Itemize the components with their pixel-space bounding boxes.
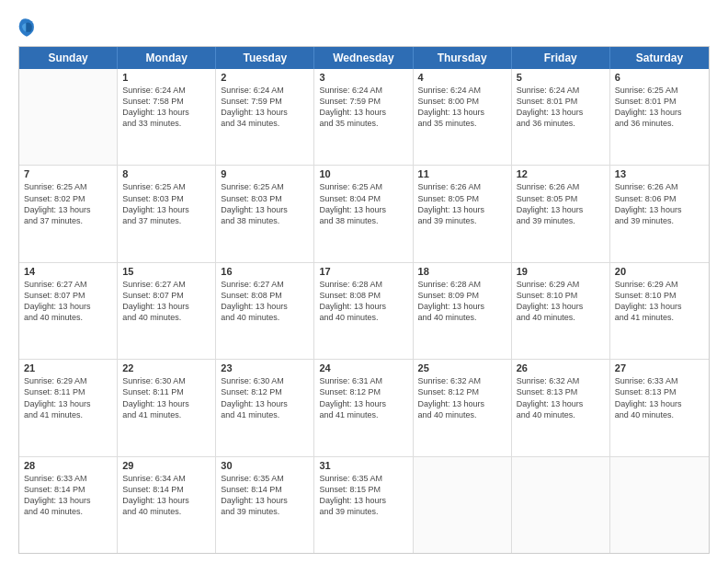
cell-info: Sunrise: 6:24 AM Sunset: 7:59 PM Dayligh… [221, 85, 309, 130]
calendar-cell: 31Sunrise: 6:35 AM Sunset: 8:15 PM Dayli… [314, 457, 413, 553]
weekday-header-saturday: Saturday [610, 47, 709, 69]
day-number: 4 [418, 72, 506, 83]
day-number: 8 [122, 168, 210, 179]
cell-info: Sunrise: 6:24 AM Sunset: 8:00 PM Dayligh… [418, 85, 506, 130]
calendar-cell: 15Sunrise: 6:27 AM Sunset: 8:07 PM Dayli… [118, 263, 216, 359]
day-number: 25 [418, 362, 506, 373]
calendar-cell: 11Sunrise: 6:26 AM Sunset: 8:05 PM Dayli… [414, 166, 512, 261]
calendar-cell: 14Sunrise: 6:27 AM Sunset: 8:07 PM Dayli… [19, 263, 118, 359]
cell-info: Sunrise: 6:33 AM Sunset: 8:14 PM Dayligh… [24, 473, 112, 518]
calendar-cell: 23Sunrise: 6:30 AM Sunset: 8:12 PM Dayli… [216, 360, 314, 455]
calendar-cell: 12Sunrise: 6:26 AM Sunset: 8:05 PM Dayli… [512, 166, 610, 261]
logo-icon [18, 17, 35, 37]
cell-info: Sunrise: 6:25 AM Sunset: 8:03 PM Dayligh… [221, 181, 309, 226]
calendar-cell: 26Sunrise: 6:32 AM Sunset: 8:13 PM Dayli… [512, 360, 610, 455]
cell-info: Sunrise: 6:25 AM Sunset: 8:02 PM Dayligh… [24, 181, 112, 226]
cell-info: Sunrise: 6:26 AM Sunset: 8:06 PM Dayligh… [615, 181, 704, 226]
day-number: 9 [221, 168, 309, 179]
calendar-cell: 24Sunrise: 6:31 AM Sunset: 8:12 PM Dayli… [314, 360, 413, 455]
cell-info: Sunrise: 6:26 AM Sunset: 8:05 PM Dayligh… [517, 181, 605, 226]
calendar-cell: 29Sunrise: 6:34 AM Sunset: 8:14 PM Dayli… [118, 457, 216, 553]
calendar-cell: 20Sunrise: 6:29 AM Sunset: 8:10 PM Dayli… [610, 263, 709, 359]
calendar-cell: 6Sunrise: 6:25 AM Sunset: 8:01 PM Daylig… [610, 69, 709, 165]
calendar-cell: 3Sunrise: 6:24 AM Sunset: 7:59 PM Daylig… [314, 69, 413, 165]
cell-info: Sunrise: 6:34 AM Sunset: 8:14 PM Dayligh… [122, 473, 210, 518]
calendar: SundayMondayTuesdayWednesdayThursdayFrid… [18, 46, 710, 554]
cell-info: Sunrise: 6:27 AM Sunset: 8:07 PM Dayligh… [122, 279, 210, 324]
day-number: 24 [319, 362, 407, 373]
day-number: 5 [517, 72, 605, 83]
day-number: 13 [615, 168, 704, 179]
weekday-header-sunday: Sunday [19, 47, 118, 69]
cell-info: Sunrise: 6:25 AM Sunset: 8:04 PM Dayligh… [319, 181, 407, 226]
calendar-row-2: 7Sunrise: 6:25 AM Sunset: 8:02 PM Daylig… [19, 166, 709, 262]
day-number: 22 [122, 362, 210, 373]
calendar-cell: 17Sunrise: 6:28 AM Sunset: 8:08 PM Dayli… [314, 263, 413, 359]
calendar-cell [414, 457, 512, 553]
calendar-cell [512, 457, 610, 553]
page: SundayMondayTuesdayWednesdayThursdayFrid… [0, 0, 728, 563]
calendar-cell: 4Sunrise: 6:24 AM Sunset: 8:00 PM Daylig… [414, 69, 512, 165]
cell-info: Sunrise: 6:35 AM Sunset: 8:15 PM Dayligh… [319, 473, 407, 518]
cell-info: Sunrise: 6:27 AM Sunset: 8:07 PM Dayligh… [24, 279, 112, 324]
calendar-cell: 18Sunrise: 6:28 AM Sunset: 8:09 PM Dayli… [414, 263, 512, 359]
cell-info: Sunrise: 6:30 AM Sunset: 8:12 PM Dayligh… [221, 375, 309, 420]
day-number: 7 [24, 168, 112, 179]
calendar-cell: 13Sunrise: 6:26 AM Sunset: 8:06 PM Dayli… [610, 166, 709, 261]
calendar-cell: 7Sunrise: 6:25 AM Sunset: 8:02 PM Daylig… [19, 166, 118, 261]
calendar-cell: 22Sunrise: 6:30 AM Sunset: 8:11 PM Dayli… [118, 360, 216, 455]
calendar-cell: 10Sunrise: 6:25 AM Sunset: 8:04 PM Dayli… [314, 166, 413, 261]
day-number: 10 [319, 168, 407, 179]
cell-info: Sunrise: 6:27 AM Sunset: 8:08 PM Dayligh… [221, 279, 309, 324]
weekday-header-monday: Monday [118, 47, 216, 69]
day-number: 16 [221, 266, 309, 277]
cell-info: Sunrise: 6:24 AM Sunset: 7:59 PM Dayligh… [319, 85, 407, 130]
calendar-cell: 25Sunrise: 6:32 AM Sunset: 8:12 PM Dayli… [414, 360, 512, 455]
calendar-row-3: 14Sunrise: 6:27 AM Sunset: 8:07 PM Dayli… [19, 263, 709, 360]
calendar-cell [19, 69, 118, 165]
cell-info: Sunrise: 6:28 AM Sunset: 8:09 PM Dayligh… [418, 279, 506, 324]
weekday-header-wednesday: Wednesday [314, 47, 413, 69]
cell-info: Sunrise: 6:24 AM Sunset: 8:01 PM Dayligh… [517, 85, 605, 130]
day-number: 3 [319, 72, 407, 83]
day-number: 1 [122, 72, 210, 83]
day-number: 11 [418, 168, 506, 179]
day-number: 30 [221, 460, 309, 471]
day-number: 15 [122, 266, 210, 277]
cell-info: Sunrise: 6:29 AM Sunset: 8:10 PM Dayligh… [517, 279, 605, 324]
cell-info: Sunrise: 6:25 AM Sunset: 8:01 PM Dayligh… [615, 85, 704, 130]
cell-info: Sunrise: 6:32 AM Sunset: 8:13 PM Dayligh… [517, 375, 605, 420]
cell-info: Sunrise: 6:29 AM Sunset: 8:11 PM Dayligh… [24, 375, 112, 420]
calendar-cell: 30Sunrise: 6:35 AM Sunset: 8:14 PM Dayli… [216, 457, 314, 553]
day-number: 12 [517, 168, 605, 179]
calendar-cell [610, 457, 709, 553]
calendar-cell: 28Sunrise: 6:33 AM Sunset: 8:14 PM Dayli… [19, 457, 118, 553]
day-number: 14 [24, 266, 112, 277]
calendar-header: SundayMondayTuesdayWednesdayThursdayFrid… [19, 47, 709, 69]
day-number: 31 [319, 460, 407, 471]
day-number: 18 [418, 266, 506, 277]
cell-info: Sunrise: 6:26 AM Sunset: 8:05 PM Dayligh… [418, 181, 506, 226]
calendar-cell: 21Sunrise: 6:29 AM Sunset: 8:11 PM Dayli… [19, 360, 118, 455]
weekday-header-friday: Friday [512, 47, 610, 69]
calendar-cell: 9Sunrise: 6:25 AM Sunset: 8:03 PM Daylig… [216, 166, 314, 261]
day-number: 6 [615, 72, 704, 83]
weekday-header-tuesday: Tuesday [216, 47, 314, 69]
day-number: 23 [221, 362, 309, 373]
calendar-cell: 8Sunrise: 6:25 AM Sunset: 8:03 PM Daylig… [118, 166, 216, 261]
cell-info: Sunrise: 6:31 AM Sunset: 8:12 PM Dayligh… [319, 375, 407, 420]
cell-info: Sunrise: 6:35 AM Sunset: 8:14 PM Dayligh… [221, 473, 309, 518]
cell-info: Sunrise: 6:33 AM Sunset: 8:13 PM Dayligh… [615, 375, 704, 420]
calendar-row-4: 21Sunrise: 6:29 AM Sunset: 8:11 PM Dayli… [19, 360, 709, 456]
day-number: 26 [517, 362, 605, 373]
day-number: 20 [615, 266, 704, 277]
day-number: 21 [24, 362, 112, 373]
cell-info: Sunrise: 6:32 AM Sunset: 8:12 PM Dayligh… [418, 375, 506, 420]
calendar-row-5: 28Sunrise: 6:33 AM Sunset: 8:14 PM Dayli… [19, 457, 709, 553]
calendar-cell: 1Sunrise: 6:24 AM Sunset: 7:58 PM Daylig… [118, 69, 216, 165]
day-number: 2 [221, 72, 309, 83]
calendar-cell: 5Sunrise: 6:24 AM Sunset: 8:01 PM Daylig… [512, 69, 610, 165]
weekday-header-thursday: Thursday [414, 47, 512, 69]
cell-info: Sunrise: 6:30 AM Sunset: 8:11 PM Dayligh… [122, 375, 210, 420]
day-number: 17 [319, 266, 407, 277]
